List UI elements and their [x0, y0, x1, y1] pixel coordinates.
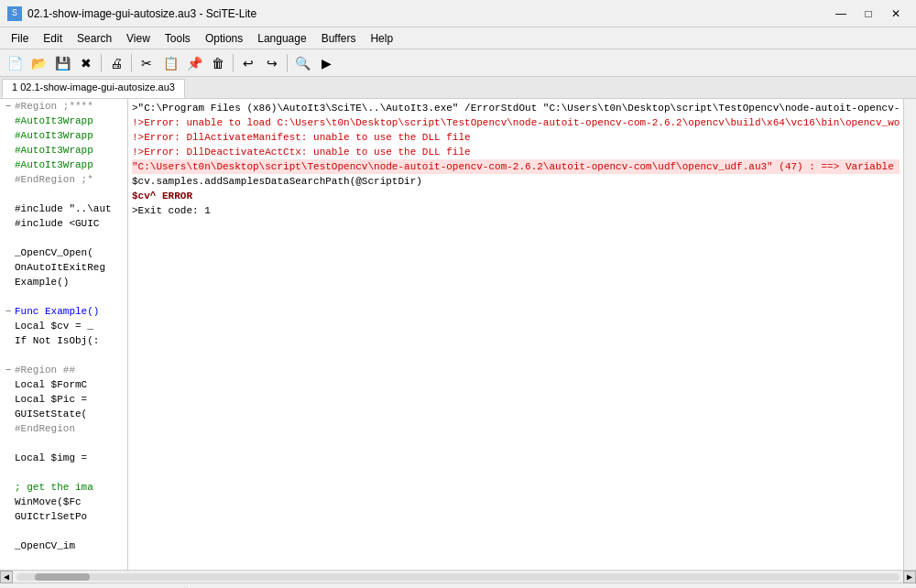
vertical-scrollbar[interactable]: [903, 99, 916, 570]
output-line: !>Error: DllDeactivateActCtx: unable to …: [132, 145, 900, 159]
window-controls: — □ ✕: [828, 4, 909, 24]
menu-item-buffers[interactable]: Buffers: [314, 30, 364, 47]
code-line: #AutoIt3Wrapp: [0, 128, 127, 143]
code-panel: −#Region ;**** #AutoIt3Wrapp #AutoIt3Wra…: [0, 99, 128, 570]
new-button[interactable]: 📄: [4, 52, 26, 74]
fold-marker: [2, 260, 15, 275]
fold-marker: [2, 201, 15, 216]
menu-item-view[interactable]: View: [119, 30, 158, 47]
fold-marker: [2, 348, 15, 363]
output-line: $cv^ ERROR: [132, 189, 900, 203]
fold-marker: [2, 158, 15, 172]
code-line: OnAutoItExitReg: [0, 260, 127, 275]
code-line: [0, 231, 127, 245]
scroll-track: [16, 573, 900, 581]
code-line: [0, 289, 127, 304]
code-line: #include "..\aut: [0, 201, 127, 216]
toolbar-separator-1: [101, 54, 102, 72]
fold-marker: [2, 172, 15, 187]
horizontal-scroll-bar: ◀ ▶: [0, 570, 916, 583]
fold-marker: [2, 480, 15, 495]
code-text: _OpenCV_Open(: [15, 245, 93, 260]
code-line: #EndRegion ;*: [0, 172, 127, 187]
save-button[interactable]: 💾: [51, 52, 73, 74]
menu-item-language[interactable]: Language: [250, 30, 313, 47]
fold-marker: [2, 377, 15, 392]
fold-marker: [2, 143, 15, 158]
code-line: #AutoIt3Wrapp: [0, 158, 127, 172]
maximize-button[interactable]: □: [856, 4, 881, 24]
code-text: #AutoIt3Wrapp: [15, 143, 93, 158]
status-bar: 1 02.1-show-image-gui-autosize.au3: [0, 583, 916, 588]
fold-marker: [2, 407, 15, 421]
code-text: If Not IsObj(:: [15, 333, 99, 348]
close-file-button[interactable]: ✖: [75, 52, 97, 74]
run-button[interactable]: ▶: [315, 52, 337, 74]
code-text: #AutoIt3Wrapp: [15, 128, 93, 143]
minimize-button[interactable]: —: [828, 4, 854, 24]
search-button[interactable]: 🔍: [291, 52, 313, 74]
code-text: OnAutoItExitReg: [15, 260, 105, 275]
fold-marker: [2, 495, 15, 509]
code-text: Local $cv = _: [15, 319, 93, 333]
scroll-right-button[interactable]: ▶: [903, 571, 916, 583]
undo-button[interactable]: ↩: [237, 52, 259, 74]
fold-marker: [2, 465, 15, 480]
cut-button[interactable]: ✂: [136, 52, 158, 74]
menu-item-edit[interactable]: Edit: [36, 30, 70, 47]
redo-button[interactable]: ↪: [261, 52, 283, 74]
fold-marker: [2, 333, 15, 348]
menu-item-options[interactable]: Options: [198, 30, 250, 47]
fold-marker[interactable]: −: [2, 363, 15, 377]
menu-item-help[interactable]: Help: [363, 30, 400, 47]
tab-main-file[interactable]: 1 02.1-show-image-gui-autosize.au3: [2, 79, 185, 98]
fold-marker: [2, 436, 15, 451]
code-text: Local $FormC: [15, 377, 87, 392]
code-line: Local $nMsg: [0, 568, 127, 570]
print-button[interactable]: 🖨: [105, 52, 127, 74]
code-text: Local $Pic =: [15, 392, 87, 407]
output-line: >"C:\Program Files (x86)\AutoIt3\SciTE\.…: [132, 101, 900, 115]
close-button[interactable]: ✕: [883, 4, 909, 24]
fold-marker: [2, 539, 15, 553]
fold-marker[interactable]: −: [2, 99, 15, 114]
delete-button[interactable]: 🗑: [207, 52, 229, 74]
code-line: [0, 553, 127, 568]
code-line: [0, 465, 127, 480]
code-line: ; get the ima: [0, 480, 127, 495]
fold-marker: [2, 524, 15, 539]
output-line: "C:\Users\t0n\Desktop\script\TestOpencv\…: [132, 159, 900, 174]
scroll-left-button[interactable]: ◀: [0, 571, 13, 583]
menu-item-tools[interactable]: Tools: [158, 30, 198, 47]
menu-bar: FileEditSearchViewToolsOptionsLanguageBu…: [0, 27, 916, 49]
paste-button[interactable]: 📌: [183, 52, 205, 74]
code-text: #include <GUIC: [15, 216, 99, 231]
toolbar-separator-2: [131, 54, 132, 72]
code-text: GUICtrlSetPo: [15, 509, 87, 524]
code-line: #EndRegion: [0, 421, 127, 436]
menu-item-file[interactable]: File: [4, 30, 36, 47]
code-text: #Region ;****: [15, 99, 93, 114]
code-text: #EndRegion: [15, 421, 75, 436]
fold-marker: [2, 289, 15, 304]
fold-marker[interactable]: −: [2, 304, 15, 319]
toolbar-separator-3: [233, 54, 234, 72]
code-text: Local $img =: [15, 451, 87, 465]
title-bar: S 02.1-show-image-gui-autosize.au3 - Sci…: [0, 0, 916, 27]
code-line: Local $Pic =: [0, 392, 127, 407]
code-line: #AutoIt3Wrapp: [0, 143, 127, 158]
open-button[interactable]: 📂: [27, 52, 49, 74]
code-text: #EndRegion ;*: [15, 172, 93, 187]
code-line: If Not IsObj(:: [0, 333, 127, 348]
fold-marker: [2, 392, 15, 407]
fold-marker: [2, 319, 15, 333]
code-line: #include <GUIC: [0, 216, 127, 231]
code-line: [0, 348, 127, 363]
menu-item-search[interactable]: Search: [70, 30, 119, 47]
fold-marker: [2, 216, 15, 231]
code-text: Local $nMsg: [15, 568, 82, 570]
main-area: −#Region ;**** #AutoIt3Wrapp #AutoIt3Wra…: [0, 99, 916, 570]
copy-button[interactable]: 📋: [159, 52, 181, 74]
scroll-thumb[interactable]: [35, 573, 90, 581]
fold-marker: [2, 421, 15, 436]
